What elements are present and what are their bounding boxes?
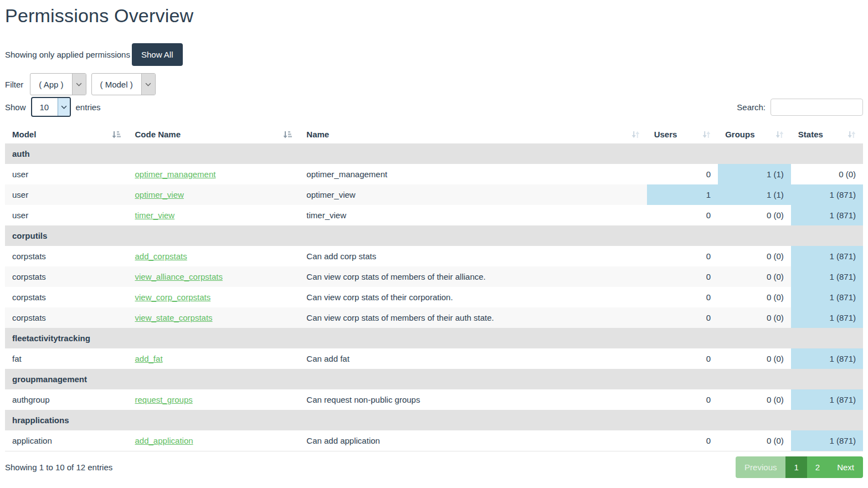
model-filter-value: ( Model ) — [92, 74, 141, 95]
pagination: Previous12Next — [736, 456, 863, 478]
users-count-cell: 0 — [647, 266, 718, 287]
groups-count-cell: 0 (0) — [718, 348, 791, 369]
name-cell: Can request non-public groups — [299, 389, 646, 410]
states-count-cell: 1 (871) — [791, 266, 863, 287]
states-count-cell: 1 (871) — [791, 287, 863, 307]
name-cell: Can add corp stats — [299, 246, 646, 266]
page-length-select[interactable]: 10 — [31, 97, 71, 117]
pagination-page-2[interactable]: 2 — [807, 456, 828, 478]
states-count-cell: 1 (871) — [791, 389, 863, 410]
code-name-cell: optimer_view — [128, 184, 300, 205]
code-name-link[interactable]: request_groups — [135, 395, 193, 404]
model-cell: corpstats — [5, 307, 128, 328]
show-label: Show — [5, 102, 26, 112]
column-header-code[interactable]: Code Name — [128, 126, 300, 143]
groups-count-cell: 0 (0) — [718, 430, 791, 451]
users-count-cell: 0 — [647, 389, 718, 410]
states-count-cell: 0 (0) — [791, 164, 863, 184]
group-name: fleetactivitytracking — [5, 328, 863, 348]
chevron-down-icon — [141, 74, 155, 95]
model-cell: authgroup — [5, 389, 128, 410]
model-cell: corpstats — [5, 246, 128, 266]
code-name-link[interactable]: add_application — [135, 436, 193, 445]
sort-both-icon — [775, 131, 784, 138]
permission-row: authgrouprequest_groupsCan request non-p… — [5, 389, 863, 410]
groups-count-cell: 0 (0) — [718, 205, 791, 225]
code-name-link[interactable]: view_state_corpstats — [135, 313, 213, 322]
states-count-cell: 1 (871) — [791, 307, 863, 328]
code-name-link[interactable]: optimer_view — [135, 190, 184, 199]
code-name-link[interactable]: add_fat — [135, 354, 163, 363]
chevron-down-icon — [58, 98, 70, 116]
column-label: States — [798, 130, 823, 139]
name-cell: Can view corp stats of members of their … — [299, 307, 646, 328]
model-cell: user — [5, 184, 128, 205]
sort-both-icon — [702, 131, 711, 138]
column-header-model[interactable]: Model — [5, 126, 128, 143]
sort-amount-icon — [283, 131, 292, 138]
model-cell: user — [5, 164, 128, 184]
code-name-link[interactable]: view_corp_corpstats — [135, 292, 211, 302]
pagination-page-1[interactable]: 1 — [785, 456, 807, 478]
groups-count-cell: 0 (0) — [718, 389, 791, 410]
users-count-cell: 0 — [647, 307, 718, 328]
name-cell: timer_view — [299, 205, 646, 225]
name-cell: Can view corp stats of members of their … — [299, 266, 646, 287]
filter-bar: Filter ( App ) ( Model ) — [5, 73, 863, 95]
app-filter-select[interactable]: ( App ) — [30, 73, 86, 95]
permissions-overview-page: Permissions Overview Showing only applie… — [5, 5, 863, 485]
column-header-groups[interactable]: Groups — [718, 126, 791, 143]
column-label: Code Name — [135, 130, 181, 139]
table-controls-bar: Show 10 entries Search: — [5, 97, 863, 117]
show-all-button[interactable]: Show All — [132, 43, 183, 66]
states-count-cell: 1 (871) — [791, 205, 863, 225]
group-name: hrapplications — [5, 410, 863, 430]
model-cell: fat — [5, 348, 128, 369]
permission-row: corpstatsview_alliance_corpstatsCan view… — [5, 266, 863, 287]
group-header-row: groupmanagement — [5, 369, 863, 389]
code-name-link[interactable]: add_corpstats — [135, 251, 187, 261]
code-name-cell: timer_view — [128, 205, 300, 225]
permissions-table: ModelCode NameNameUsersGroupsStates auth… — [5, 126, 863, 451]
code-name-link[interactable]: view_alliance_corpstats — [135, 272, 223, 281]
permission-row: corpstatsview_state_corpstatsCan view co… — [5, 307, 863, 328]
column-label: Users — [654, 130, 677, 139]
code-name-cell: request_groups — [128, 389, 300, 410]
app-filter-value: ( App ) — [30, 74, 71, 95]
column-header-users[interactable]: Users — [647, 126, 718, 143]
code-name-link[interactable]: timer_view — [135, 210, 175, 220]
applied-permissions-bar: Showing only applied permissions Show Al… — [5, 43, 863, 66]
permission-row: corpstatsview_corp_corpstatsCan view cor… — [5, 287, 863, 307]
model-cell: application — [5, 430, 128, 451]
users-count-cell: 0 — [647, 164, 718, 184]
column-label: Groups — [725, 130, 754, 139]
permission-row: corpstatsadd_corpstatsCan add corp stats… — [5, 246, 863, 266]
page-title: Permissions Overview — [5, 5, 863, 27]
group-header-row: fleetactivitytracking — [5, 328, 863, 348]
permission-row: useroptimer_managementoptimer_management… — [5, 164, 863, 184]
table-footer: Showing 1 to 10 of 12 entries Previous12… — [5, 456, 863, 485]
pagination-next-button[interactable]: Next — [828, 456, 863, 478]
column-header-name[interactable]: Name — [299, 126, 646, 143]
code-name-cell: add_corpstats — [128, 246, 300, 266]
table-info-text: Showing 1 to 10 of 12 entries — [5, 463, 112, 472]
groups-count-cell: 0 (0) — [718, 246, 791, 266]
column-label: Model — [12, 130, 36, 139]
groups-count-cell: 1 (1) — [718, 164, 791, 184]
users-count-cell: 0 — [647, 287, 718, 307]
model-filter-select[interactable]: ( Model ) — [91, 73, 156, 95]
column-header-states[interactable]: States — [791, 126, 863, 143]
search-input[interactable] — [771, 99, 863, 116]
users-count-cell: 0 — [647, 205, 718, 225]
permission-row: fatadd_fatCan add fat00 (0)1 (871) — [5, 348, 863, 369]
states-count-cell: 1 (871) — [791, 348, 863, 369]
group-name: corputils — [5, 225, 863, 246]
group-name: groupmanagement — [5, 369, 863, 389]
name-cell: Can add fat — [299, 348, 646, 369]
search-label: Search: — [737, 102, 766, 112]
column-label: Name — [306, 130, 329, 139]
states-count-cell: 1 (871) — [791, 430, 863, 451]
code-name-link[interactable]: optimer_management — [135, 169, 216, 179]
group-header-row: corputils — [5, 225, 863, 246]
permission-row: usertimer_viewtimer_view00 (0)1 (871) — [5, 205, 863, 225]
